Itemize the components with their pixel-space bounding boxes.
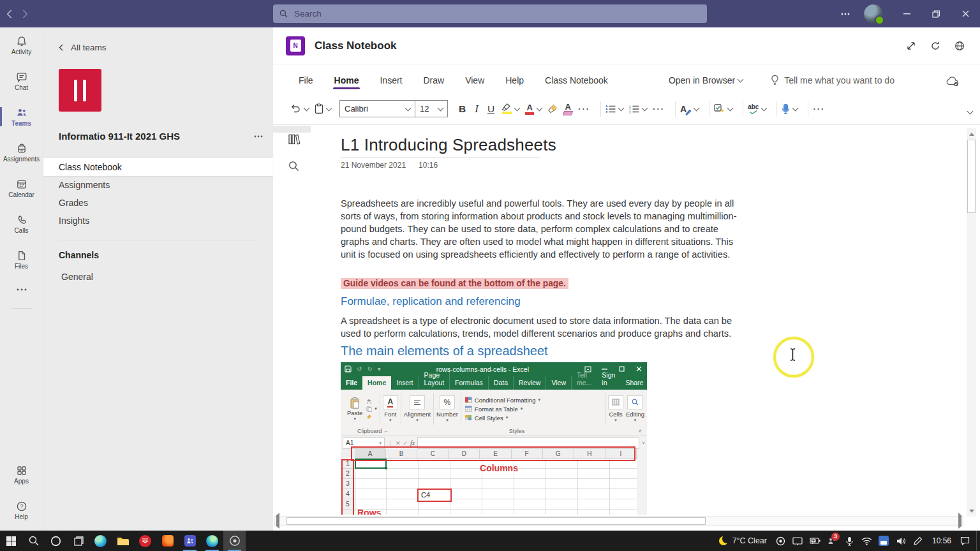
- refresh-icon[interactable]: [930, 41, 940, 51]
- expressvpn-icon[interactable]: [134, 531, 156, 551]
- battery-icon[interactable]: [806, 531, 824, 551]
- sidebar-item-class-notebook[interactable]: Class Notebook: [43, 158, 273, 176]
- highlighter-button[interactable]: [501, 103, 519, 114]
- show-desktop-strip[interactable]: [976, 531, 980, 551]
- sidebar-item-files[interactable]: Files: [0, 242, 43, 277]
- sidebar-item-insights[interactable]: Insights: [43, 212, 273, 230]
- immersive-reader-button[interactable]: [782, 103, 798, 114]
- vertical-scrollbar[interactable]: [967, 128, 976, 517]
- sidebar-item-calendar[interactable]: Calendar: [0, 170, 43, 206]
- undo-button[interactable]: [290, 104, 309, 114]
- popout-icon[interactable]: [906, 41, 916, 51]
- task-view-icon[interactable]: [67, 531, 89, 551]
- rail-more-button[interactable]: [0, 277, 43, 302]
- styles-button[interactable]: A: [680, 103, 699, 115]
- tab-home[interactable]: Home: [334, 75, 359, 93]
- italic-button[interactable]: I: [470, 103, 483, 115]
- wifi-icon[interactable]: [858, 531, 875, 551]
- guide-videos-notice[interactable]: Guide videos can be found at the bottom …: [341, 278, 568, 289]
- teams-notification-icon[interactable]: 3: [824, 531, 841, 551]
- sidebar-item-help[interactable]: ? Help: [0, 492, 43, 528]
- keyboard-input-icon[interactable]: [875, 531, 893, 551]
- start-button[interactable]: [0, 531, 22, 551]
- heading-formulae[interactable]: Formulae, replication and referencing: [341, 295, 521, 308]
- scroll-left-arrow[interactable]: [276, 515, 279, 527]
- tab-help[interactable]: Help: [505, 75, 524, 93]
- search-bar[interactable]: [273, 4, 707, 23]
- forward-arrow-icon[interactable]: [22, 10, 28, 18]
- pen-icon[interactable]: [910, 531, 927, 551]
- heading-main-elements[interactable]: The main elements of a spreadsheet: [341, 344, 548, 358]
- horizontal-scrollbar-thumb[interactable]: [286, 517, 706, 525]
- font-color-button[interactable]: A: [525, 103, 542, 115]
- notebooks-list-icon[interactable]: [288, 134, 301, 145]
- numbered-list-button[interactable]: 123: [629, 105, 647, 114]
- teams-taskbar-icon[interactable]: [179, 531, 201, 551]
- microphone-icon[interactable]: [841, 531, 858, 551]
- tab-class-notebook[interactable]: Class Notebook: [545, 75, 608, 93]
- tell-me-button[interactable]: Tell me what you want to do: [771, 75, 895, 93]
- scroll-up-arrow[interactable]: [967, 129, 976, 138]
- search-pages-icon[interactable]: [288, 161, 299, 172]
- horizontal-scrollbar[interactable]: [274, 516, 963, 526]
- tab-insert[interactable]: Insert: [380, 75, 402, 93]
- more-paragraph-options-icon[interactable]: ···: [653, 104, 665, 114]
- search-input[interactable]: [293, 8, 701, 19]
- formulae-paragraph[interactable]: A spreadsheet is a type of electronic do…: [341, 314, 739, 340]
- more-toolbar-options-icon[interactable]: ···: [813, 104, 825, 114]
- bold-button[interactable]: B: [454, 103, 470, 115]
- sidebar-item-activity[interactable]: Activity: [0, 27, 43, 63]
- speaker-icon[interactable]: [893, 531, 910, 551]
- spelling-button[interactable]: abc: [748, 104, 766, 114]
- note-title[interactable]: L1 Introducing Spreadsheets: [341, 135, 556, 155]
- clear-formatting-button[interactable]: A: [563, 103, 572, 115]
- more-font-options-icon[interactable]: ···: [578, 104, 590, 114]
- scroll-right-arrow[interactable]: [958, 515, 961, 527]
- maximize-button[interactable]: [921, 0, 951, 27]
- weather-widget[interactable]: 7°C Clear: [714, 536, 772, 545]
- titlebar-more-icon[interactable]: [836, 0, 855, 27]
- screen-recorder-icon[interactable]: [223, 531, 246, 551]
- sidebar-item-teams[interactable]: Teams: [0, 99, 43, 135]
- team-avatar[interactable]: [59, 69, 101, 112]
- record-indicator-icon[interactable]: [772, 531, 789, 551]
- underline-button[interactable]: U: [483, 103, 499, 115]
- cast-display-icon[interactable]: [789, 531, 806, 551]
- taskbar-clock[interactable]: 10:56: [927, 536, 956, 545]
- edge-browser-icon-2[interactable]: [201, 531, 223, 551]
- team-options-icon[interactable]: [254, 135, 263, 138]
- sidebar-item-assignments[interactable]: Assignments: [0, 135, 43, 170]
- cortana-icon[interactable]: [45, 531, 67, 551]
- open-in-browser-button[interactable]: Open in Browser: [669, 75, 743, 93]
- all-teams-back-button[interactable]: All teams: [59, 43, 107, 52]
- sidebar-item-calls[interactable]: Calls: [0, 206, 43, 242]
- sidebar-item-chat[interactable]: Chat: [0, 63, 43, 99]
- tab-file[interactable]: File: [299, 75, 313, 93]
- font-name-select[interactable]: Calibri: [339, 100, 415, 117]
- tag-todo-button[interactable]: [714, 104, 732, 114]
- sidebar-item-assignments-tab[interactable]: Assignments: [43, 176, 273, 194]
- edge-browser-icon[interactable]: [89, 531, 112, 551]
- collapse-ribbon-icon[interactable]: [965, 105, 972, 116]
- globe-icon[interactable]: [954, 41, 965, 51]
- scroll-down-arrow[interactable]: [967, 506, 976, 515]
- vertical-scrollbar-thumb[interactable]: [967, 140, 976, 213]
- close-button[interactable]: [951, 0, 980, 27]
- channel-general[interactable]: General: [61, 272, 93, 282]
- intro-paragraph[interactable]: Spreadsheets are incredibly useful and p…: [341, 197, 739, 261]
- sidebar-item-grades[interactable]: Grades: [43, 194, 273, 212]
- orange-app-icon[interactable]: [156, 531, 179, 551]
- tab-view[interactable]: View: [465, 75, 484, 93]
- sidebar-item-apps[interactable]: Apps: [0, 457, 43, 492]
- tab-draw[interactable]: Draw: [423, 75, 444, 93]
- action-center-icon[interactable]: [956, 531, 974, 551]
- bullet-list-button[interactable]: [605, 105, 623, 114]
- paste-button[interactable]: [315, 103, 331, 114]
- avatar[interactable]: [864, 4, 883, 24]
- format-painter-button[interactable]: [547, 104, 558, 114]
- font-size-select[interactable]: 12: [415, 100, 448, 117]
- taskbar-search-icon[interactable]: [22, 531, 45, 551]
- back-arrow-icon[interactable]: [6, 10, 12, 18]
- minimize-button[interactable]: [892, 0, 921, 27]
- file-explorer-icon[interactable]: [112, 531, 134, 551]
